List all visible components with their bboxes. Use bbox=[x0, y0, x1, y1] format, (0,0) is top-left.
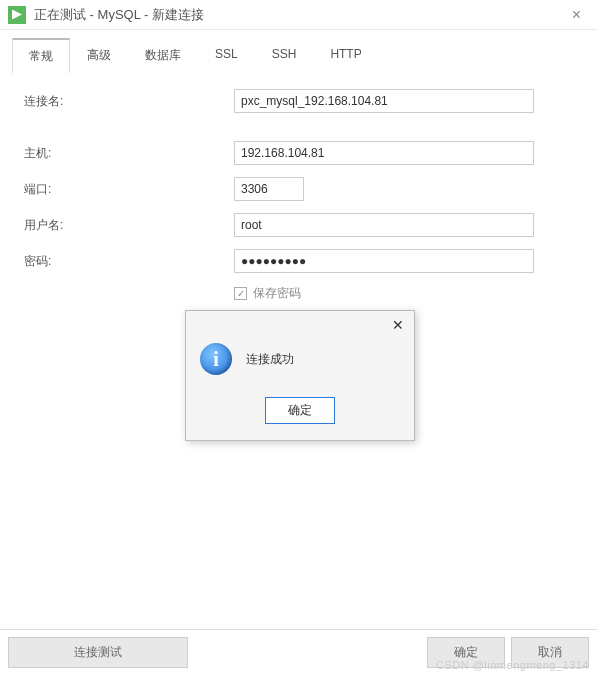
tab-http[interactable]: HTTP bbox=[313, 38, 378, 73]
save-password-label: 保存密码 bbox=[253, 285, 301, 302]
dialog-footer: 确定 bbox=[186, 389, 414, 440]
watermark: CSDN @linmengmeng_1314 bbox=[436, 659, 589, 671]
connection-name-label: 连接名: bbox=[24, 93, 234, 110]
dialog-message: 连接成功 bbox=[246, 351, 294, 368]
password-input[interactable] bbox=[234, 249, 534, 273]
username-input[interactable] bbox=[234, 213, 534, 237]
host-input[interactable] bbox=[234, 141, 534, 165]
tab-general[interactable]: 常规 bbox=[12, 38, 70, 73]
row-save-password: ✓ 保存密码 bbox=[234, 285, 573, 302]
form-area: 连接名: 主机: 端口: 用户名: 密码: ✓ 保存密码 bbox=[0, 73, 597, 318]
row-port: 端口: bbox=[24, 177, 573, 201]
host-label: 主机: bbox=[24, 145, 234, 162]
dialog-body: i 连接成功 bbox=[186, 339, 414, 389]
tab-advanced[interactable]: 高级 bbox=[70, 38, 128, 73]
dialog-header: ✕ bbox=[186, 311, 414, 339]
dialog-connection-success: ✕ i 连接成功 确定 bbox=[185, 310, 415, 441]
username-label: 用户名: bbox=[24, 217, 234, 234]
app-icon bbox=[8, 6, 26, 24]
password-label: 密码: bbox=[24, 253, 234, 270]
row-username: 用户名: bbox=[24, 213, 573, 237]
row-password: 密码: bbox=[24, 249, 573, 273]
row-connection-name: 连接名: bbox=[24, 89, 573, 113]
save-password-checkbox[interactable]: ✓ bbox=[234, 287, 247, 300]
test-connection-button[interactable]: 连接测试 bbox=[8, 637, 188, 668]
tab-ssl[interactable]: SSL bbox=[198, 38, 255, 73]
close-icon[interactable]: × bbox=[564, 6, 589, 24]
tab-database[interactable]: 数据库 bbox=[128, 38, 198, 73]
window-title: 正在测试 - MySQL - 新建连接 bbox=[34, 6, 204, 24]
dialog-close-icon[interactable]: ✕ bbox=[392, 317, 404, 333]
info-icon: i bbox=[200, 343, 232, 375]
tab-bar: 常规 高级 数据库 SSL SSH HTTP bbox=[0, 30, 597, 73]
titlebar: 正在测试 - MySQL - 新建连接 × bbox=[0, 0, 597, 30]
tab-ssh[interactable]: SSH bbox=[255, 38, 314, 73]
port-input[interactable] bbox=[234, 177, 304, 201]
connection-name-input[interactable] bbox=[234, 89, 534, 113]
port-label: 端口: bbox=[24, 181, 234, 198]
dialog-ok-button[interactable]: 确定 bbox=[265, 397, 335, 424]
row-host: 主机: bbox=[24, 141, 573, 165]
